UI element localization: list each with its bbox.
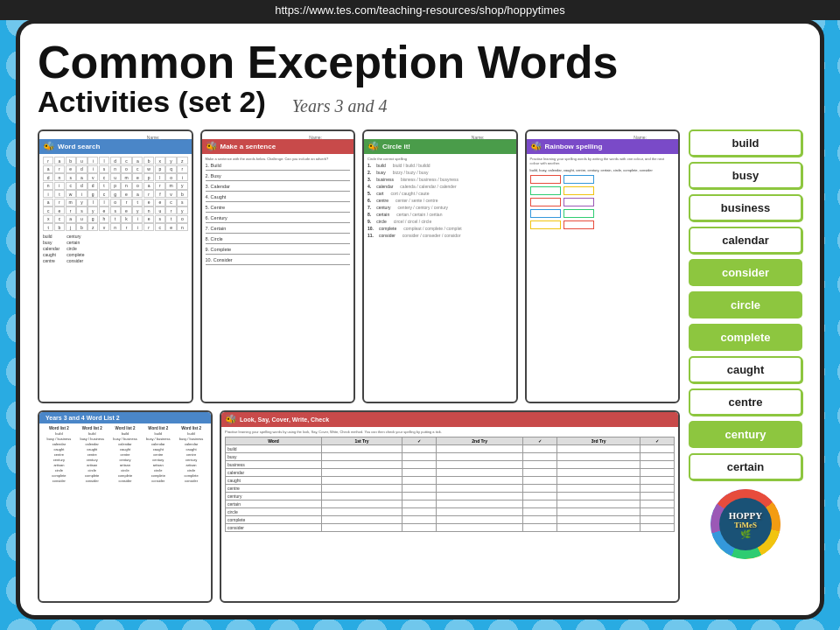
sentence-line: 1. Build <box>206 163 351 171</box>
word-list-cell: artisan <box>76 463 108 467</box>
ws-cell: r <box>177 165 187 173</box>
ls-word-cell: centre <box>226 485 322 493</box>
century-button[interactable]: century <box>689 421 802 448</box>
complete-button[interactable]: complete <box>689 324 802 351</box>
ws-cell: d <box>43 173 53 181</box>
word-list-cell: calendar <box>142 442 174 446</box>
ls-try-cell <box>402 485 436 493</box>
ws-cell: t <box>165 215 176 223</box>
ls-try-cell <box>402 524 436 532</box>
ws-cell: c <box>121 157 131 164</box>
ls-try-cell <box>437 485 523 493</box>
ls-row: busy <box>226 453 675 461</box>
word-list-cell: build <box>175 431 207 436</box>
ws-cell: e <box>144 215 154 223</box>
ws-cell: d <box>110 157 121 164</box>
word-list-item: century <box>66 234 84 239</box>
word-list-cell: artisan <box>43 463 75 467</box>
ls-word-cell: circle <box>226 508 322 516</box>
ls-try-cell <box>322 445 402 453</box>
ws-cell: e <box>132 173 143 181</box>
ls-word-cell: caught <box>226 477 322 485</box>
word-list-item: busy <box>43 240 60 245</box>
word-list-cell: calendar <box>109 442 142 446</box>
circle-row: 2.busybizzy / buzy / busy <box>368 170 513 175</box>
circle-row: 3.businessbisness / business / busyness <box>368 177 513 182</box>
circle-row: 8.certaincertan / certain / certian <box>368 212 513 217</box>
word-list-cell: busy / business <box>43 437 75 441</box>
main-card: Common Exception Words Activities (set 2… <box>16 19 824 620</box>
ls-try-cell <box>523 453 557 461</box>
ls-column-header: 3rd Try <box>557 438 640 445</box>
ws-cell: a <box>144 182 154 190</box>
ls-word-cell: century <box>226 493 322 500</box>
word-list-item: centre <box>43 258 60 263</box>
rainbow-desc: Practise learning your spelling words by… <box>530 157 676 165</box>
circle-row: 9.circlecircel / circel / circle <box>368 219 513 224</box>
ws-cell: e <box>54 206 65 214</box>
word-list-cell: caught <box>43 447 75 452</box>
ws-cell: m <box>165 182 176 190</box>
ls-word-cell: certain <box>226 500 322 508</box>
ws-cell: c <box>43 206 53 214</box>
ls-word-cell: business <box>226 461 322 469</box>
sentence-line: 9. Complete <box>206 247 351 255</box>
ws-cell: b <box>144 157 154 164</box>
ws-cell: a <box>132 157 143 164</box>
word-list-item: caught <box>43 252 60 257</box>
ws-cell: e <box>165 223 176 231</box>
word-list-cell: consider <box>43 479 75 483</box>
ws-cell: r <box>144 223 154 231</box>
word-card-busy: busy <box>689 162 802 189</box>
ls-try-cell <box>557 516 640 524</box>
word-search-header: 🐝 Word search <box>39 139 192 154</box>
word-list-cell: artisan <box>142 463 174 467</box>
rainbow-row-2 <box>530 186 676 195</box>
ws-cell: c <box>132 165 143 173</box>
ws-cell: t <box>54 190 65 198</box>
ws-cell: i <box>43 190 53 198</box>
consider-button[interactable]: consider <box>689 259 802 286</box>
look-say-title: Look, Say, Cover, Write, Check <box>240 416 329 423</box>
word-list-cell: consider <box>109 479 142 483</box>
ls-try-cell <box>437 500 523 508</box>
ws-cell: l <box>99 199 109 206</box>
rainbow-box-r <box>530 175 561 184</box>
ls-try-cell <box>523 524 557 532</box>
sentence-line: 8. Circle <box>206 236 351 244</box>
make-sentence-title: Make a sentence <box>220 143 276 150</box>
ws-cell: p <box>144 173 154 181</box>
ls-try-cell <box>557 469 640 477</box>
title-sub: Activities (set 2) <box>38 85 266 119</box>
word-list-column-header: Word list 2 <box>43 426 75 430</box>
look-say-panel: 🐝 Look, Say, Cover, Write, Check Practis… <box>220 410 680 603</box>
word-list-cell: busy / business <box>76 437 108 441</box>
ws-cell: c <box>155 223 165 231</box>
ws-cell: r <box>66 206 76 214</box>
circle-button[interactable]: circle <box>689 291 802 318</box>
ws-cell: i <box>177 173 187 181</box>
word-list-cell: circle <box>76 468 108 472</box>
ls-try-cell <box>523 508 557 516</box>
hoppy-logo-container: HOPPY TiMeS 🌿 <box>689 489 802 559</box>
word-list-cell: build <box>43 431 75 436</box>
rainbow-box-b <box>564 175 594 184</box>
ws-cell: l <box>99 157 109 164</box>
ls-column-header: ✓ <box>523 438 557 445</box>
ls-try-cell <box>640 493 674 500</box>
word-col-2: centurycertaincirclecompleteconsider <box>66 234 84 263</box>
circle-items: 1.buildbiuld / build / buildd2.busybizzy… <box>368 163 513 238</box>
ls-row: complete <box>226 516 675 524</box>
ws-cell: t <box>132 199 143 206</box>
word-card-certain: certain <box>689 453 802 480</box>
word-list-item: consider <box>66 258 84 263</box>
ls-word-cell: build <box>226 445 322 453</box>
ls-try-cell <box>557 445 640 453</box>
ws-cell: d <box>88 182 98 190</box>
circle-instructions: Circle the correct spelling <box>368 157 513 161</box>
ws-cell: y <box>177 182 187 190</box>
word-list-cell: busy / business <box>109 437 142 441</box>
ws-cell: s <box>177 199 187 206</box>
ws-cell: h <box>99 215 109 223</box>
ws-cell: r <box>165 206 176 214</box>
